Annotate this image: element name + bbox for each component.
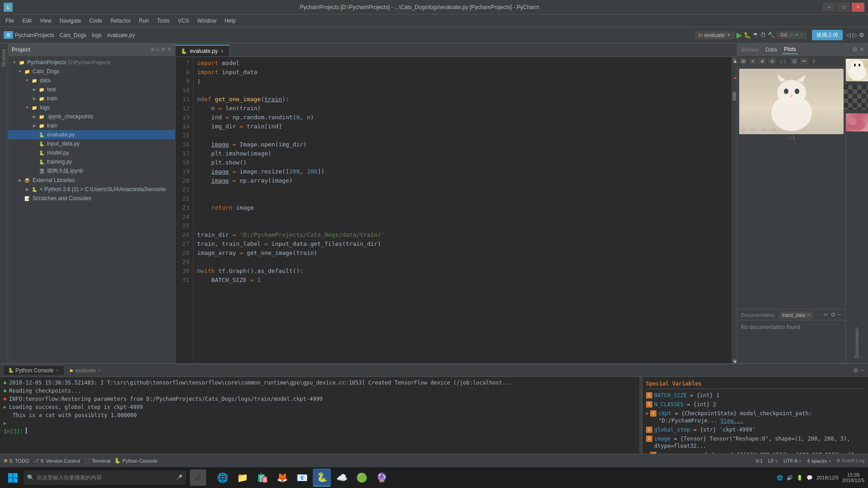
code-editor[interactable]: 7891011 1213141516 1718192021 2223242526… bbox=[175, 57, 737, 363]
menu-run[interactable]: Run bbox=[135, 17, 152, 25]
menu-code[interactable]: Code bbox=[85, 17, 106, 25]
code-content[interactable]: import model import input_data | ⊟def ge… bbox=[193, 57, 731, 363]
tree-item-model-py[interactable]: 🐍 model.py bbox=[8, 148, 175, 157]
arrow-ckpt[interactable]: ▶ bbox=[646, 410, 648, 417]
task-view-button[interactable]: ⬛ bbox=[190, 469, 206, 486]
menu-tools[interactable]: Tools bbox=[153, 17, 173, 25]
zoom-out-button[interactable]: ⊖ bbox=[768, 58, 776, 65]
maximize-button[interactable]: □ bbox=[837, 3, 850, 12]
close-button[interactable]: ✕ bbox=[852, 3, 864, 12]
minimize-button[interactable]: ─ bbox=[823, 3, 835, 12]
bottom-tab-python-console[interactable]: 🐍 Python Console ✕ bbox=[4, 366, 64, 375]
indent[interactable]: 4 spaces ÷ bbox=[807, 458, 831, 464]
line-ending[interactable]: LF ÷ bbox=[768, 458, 778, 464]
tree-item-python36[interactable]: ▶ 🐍 < Python 3.6 (2) > C:\Users\SLH\Anac… bbox=[8, 185, 175, 194]
ckpt-view-link[interactable]: View... bbox=[721, 418, 744, 424]
taskbar-app-explorer[interactable]: 📁 bbox=[233, 469, 251, 487]
doc-tab-input-data[interactable]: input_data ✕ bbox=[779, 311, 813, 319]
taskbar-app-other[interactable]: 🔮 bbox=[373, 469, 391, 487]
menu-window[interactable]: Window bbox=[193, 17, 220, 25]
tree-item-scratches[interactable]: 📝 Scratches and Consoles bbox=[8, 194, 175, 203]
breadcrumb-evaluate-py[interactable]: evaluate.py bbox=[107, 32, 135, 38]
tree-item-train-logs[interactable]: ▶ 📁 train bbox=[8, 121, 175, 130]
thumbnail-pink[interactable] bbox=[846, 113, 868, 131]
tree-item-data[interactable]: ▼ 📁 data bbox=[8, 76, 175, 85]
status-terminal[interactable]: ⬛ Terminal bbox=[84, 458, 111, 464]
run-config-dropdown[interactable]: ▼ bbox=[726, 33, 731, 38]
project-collapse-button[interactable]: ≡ bbox=[156, 47, 159, 52]
run-config-name[interactable]: evaluate bbox=[704, 32, 725, 38]
scroll-down-button[interactable]: ▼ bbox=[732, 359, 736, 362]
scroll-up-button[interactable]: ▲ bbox=[732, 58, 736, 61]
tree-item-ipynb-checkpoints[interactable]: ▶ 📁 .ipynb_checkpoints bbox=[8, 112, 175, 121]
tree-item-external-libs[interactable]: ▶ 📦 External Libraries bbox=[8, 176, 175, 185]
status-python-console[interactable]: 🐍 Python Console bbox=[114, 458, 158, 464]
tree-item-cats-dogs[interactable]: ▼ 📁 Cats_Dogs bbox=[8, 67, 175, 76]
bottom-tab-evaluate[interactable]: ▶ evaluate ✕ bbox=[66, 366, 106, 375]
doc-tab-close[interactable]: ✕ bbox=[807, 313, 811, 317]
menu-refactor[interactable]: Refactor bbox=[107, 17, 134, 25]
doc-edit-button[interactable]: ✏ bbox=[824, 311, 829, 318]
console-settings-button[interactable]: ⚙ bbox=[853, 367, 859, 374]
taskbar-app-pycharm[interactable]: 🐍 bbox=[313, 469, 331, 487]
thumbnail-cat[interactable] bbox=[846, 59, 868, 81]
start-button[interactable] bbox=[4, 469, 22, 487]
doc-settings-button[interactable]: ⚙ bbox=[830, 311, 836, 318]
tree-item-cats-dogs-ipynb[interactable]: 📓 猫狗大战.ipynb bbox=[8, 166, 175, 176]
taskbar-app-edge[interactable]: 🌐 bbox=[213, 469, 231, 487]
taskbar-app-store[interactable]: 🛍️ bbox=[253, 469, 271, 487]
encoding[interactable]: UTF-8 ÷ bbox=[783, 458, 802, 464]
nav-back-button[interactable]: ◁ bbox=[846, 32, 851, 38]
evaluate-tab-close[interactable]: ✕ bbox=[98, 368, 101, 373]
breadcrumb-logs[interactable]: logs bbox=[92, 32, 102, 38]
sciview-settings-button[interactable]: ⚙ bbox=[852, 46, 858, 53]
profile-button[interactable]: ⏱ bbox=[760, 32, 766, 38]
tree-item-test[interactable]: ▶ 📁 test bbox=[8, 85, 175, 94]
menu-view[interactable]: View bbox=[36, 17, 55, 25]
tree-item-logs[interactable]: ▼ 📁 logs bbox=[8, 103, 175, 112]
editor-tab-evaluate-py[interactable]: 🐍 evaluate.py ✕ bbox=[175, 45, 230, 56]
grid-view-button[interactable]: ⊞ bbox=[739, 58, 747, 65]
tab-close-button[interactable]: ✕ bbox=[220, 49, 224, 54]
project-settings-button[interactable]: ⚙ bbox=[161, 47, 165, 52]
project-close-button[interactable]: ✕ bbox=[167, 47, 171, 52]
breadcrumb-cats-dogs[interactable]: Cats_Dogs bbox=[60, 32, 86, 38]
project-view-button[interactable]: ⊞ bbox=[4, 31, 13, 39]
taskbar-app-mail[interactable]: 📧 bbox=[293, 469, 311, 487]
doc-close-button[interactable]: ─ bbox=[838, 311, 842, 318]
taskbar-app-green[interactable]: 🟢 bbox=[353, 469, 371, 487]
menu-edit[interactable]: Edit bbox=[19, 17, 35, 25]
thumbnail-grid[interactable] bbox=[844, 85, 868, 110]
build-button[interactable]: 🔨 bbox=[768, 32, 775, 38]
arrow-image-array[interactable]: ▶ bbox=[646, 451, 648, 454]
event-log[interactable]: ⊕ Event Log bbox=[836, 458, 864, 464]
taskbar-app-cloud[interactable]: ☁️ bbox=[333, 469, 351, 487]
breadcrumb-root[interactable]: PychamProjects bbox=[15, 32, 54, 38]
documentation-side-label[interactable]: Documentation bbox=[854, 324, 860, 361]
tree-item-training-py[interactable]: 🐍 training.py bbox=[8, 157, 175, 166]
debug-button[interactable]: 🐛 bbox=[744, 32, 751, 38]
zoom-in-button[interactable]: ⊕ bbox=[758, 58, 766, 65]
taskbar-app-firefox[interactable]: 🦊 bbox=[273, 469, 291, 487]
tree-item-evaluate-py[interactable]: 🐍 evaluate.py bbox=[8, 130, 175, 139]
console-minimize-button[interactable]: ─ bbox=[860, 367, 864, 374]
sciview-tab-plots[interactable]: Plots bbox=[782, 45, 798, 54]
upload-button[interactable]: 拔插上传 bbox=[812, 30, 843, 40]
menu-help[interactable]: Help bbox=[221, 17, 240, 25]
project-sync-button[interactable]: ⊕ bbox=[151, 47, 155, 52]
status-version-control[interactable]: ⎇ 9: Version Control bbox=[33, 458, 80, 464]
edit-button[interactable]: ✏ bbox=[800, 58, 808, 65]
tree-item-input-data-py[interactable]: 🐍 input_data.py bbox=[8, 139, 175, 148]
python-console-tab-close[interactable]: ✕ bbox=[56, 368, 59, 373]
console-cursor[interactable] bbox=[26, 427, 27, 434]
menu-vcs[interactable]: VCS bbox=[174, 17, 193, 25]
scrollbar-thumb[interactable] bbox=[732, 92, 736, 101]
fit-button[interactable]: ⊡ bbox=[790, 58, 798, 65]
status-todo[interactable]: ⊕ 6: TODO bbox=[4, 458, 29, 464]
tree-item-root[interactable]: ▼ 📁 PychamProjects D:\PychamProjects bbox=[8, 58, 175, 67]
list-view-button[interactable]: ≡ bbox=[749, 58, 756, 65]
run-button[interactable]: ▶ bbox=[736, 31, 742, 39]
sciview-main-image[interactable]: H0 200 H0 200 bbox=[739, 69, 844, 134]
coverage-button[interactable]: ☂ bbox=[753, 32, 758, 38]
structure-label[interactable]: Structure bbox=[0, 45, 7, 71]
